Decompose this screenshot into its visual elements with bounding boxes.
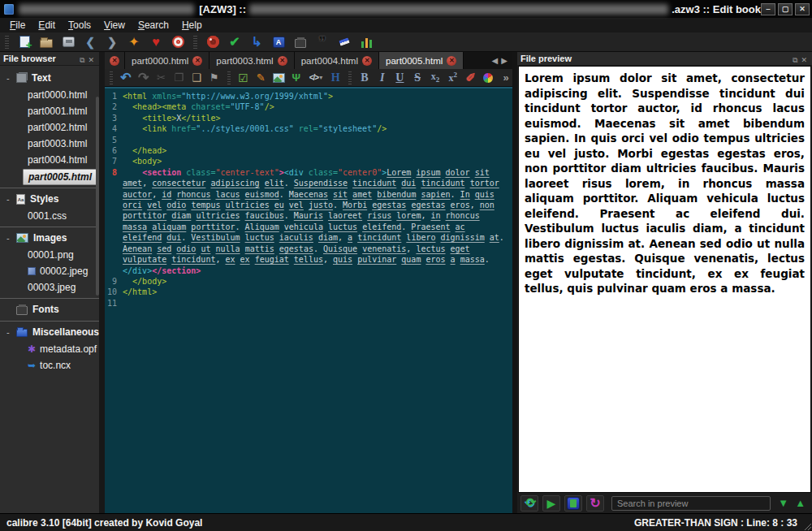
toolbar-grip[interactable] [110,71,113,84]
menu-file[interactable]: File [3,19,32,32]
file-browser-scrollbar[interactable] [96,97,99,296]
tab-close-icon[interactable]: ✕ [447,56,456,66]
file-item[interactable]: part0003.html [0,136,99,152]
italic-icon[interactable]: I [376,70,389,86]
toolbar-grip[interactable] [227,71,231,84]
edit-toc-icon[interactable]: ↳ [248,34,265,50]
tab-close-icon[interactable]: ✕ [192,56,202,66]
insert-image-icon[interactable] [272,70,285,86]
tab-scroll-left-icon[interactable]: ◀ [492,56,499,65]
file-item[interactable]: 00002.jpeg [0,263,99,279]
category-fonts[interactable]: Fonts [0,298,99,318]
refresh-preview-button[interactable]: ⟲⟳ [520,495,538,512]
toolbar-grip[interactable] [348,71,352,84]
subscript-icon[interactable]: x2 [429,70,442,86]
category-styles[interactable]: -AaStyles [0,188,99,208]
overflow-chevrons-icon[interactable]: » [499,70,512,86]
insert-file-check-icon[interactable]: ☑ [237,70,250,86]
reports-chart-icon[interactable] [358,34,374,50]
float-panel-icon[interactable]: ⧉ [78,56,86,64]
file-item[interactable]: 0001.css [0,208,99,224]
insert-tag-code-icon[interactable]: </>▾ [308,70,325,86]
insert-hyperlink-anchor-icon[interactable]: Ψ [290,70,303,86]
insert-special-character-icon[interactable]: ✎ [254,70,267,86]
close-panel-icon[interactable]: ✕ [86,56,96,64]
file-item[interactable]: ✱metadata.opf [0,341,99,357]
redo-icon[interactable]: ↷ [137,70,150,86]
donate-star-icon[interactable]: ✦ [126,34,142,50]
file-item[interactable]: 00001.png [0,247,99,263]
file-item[interactable]: part0000.html [0,87,99,103]
nav-back-icon[interactable]: ❮ [82,34,98,50]
file-item[interactable]: 00003.jpeg [0,279,99,296]
file-item[interactable]: part0004.html [0,152,99,168]
heading-style-icon[interactable]: H [329,70,342,86]
expander-icon[interactable]: - [6,233,11,243]
tab-close-icon[interactable]: ✕ [110,56,119,66]
maximize-icon[interactable]: ▢ [778,3,793,15]
find-next-icon[interactable]: ▼ [778,497,788,509]
cut-icon[interactable]: ✂ [155,70,168,86]
new-file-icon[interactable] [16,34,32,50]
expander-icon[interactable]: - [6,73,11,83]
sync-preview-button[interactable] [564,495,582,512]
smarten-punctuation-icon[interactable]: ❞ [314,34,330,50]
close-icon[interactable]: ✕ [795,3,810,15]
menu-help[interactable]: Help [175,19,209,32]
help-lifebuoy-icon[interactable] [170,34,186,50]
file-item[interactable]: part0002.html [0,119,99,136]
find-prev-icon[interactable]: ▲ [795,497,806,509]
app-icon [4,4,14,15]
save-book-icon[interactable] [60,34,76,50]
close-panel-icon[interactable]: ✕ [799,56,809,64]
insert-bookmark-flag-icon[interactable]: ⚑ [208,70,221,86]
nav-forward-icon[interactable]: ❯ [104,34,120,50]
file-item[interactable]: part0001.html [0,103,99,119]
toolbar-grip[interactable] [5,36,9,49]
category-text[interactable]: -Text [0,69,99,87]
expander-icon[interactable]: - [6,194,11,204]
bold-icon[interactable]: B [358,70,371,86]
category-miscellaneous[interactable]: -Miscellaneous [0,321,99,341]
color-picker-wheel-icon[interactable] [482,70,495,86]
tab-part0000.html[interactable]: part0000.html✕ [125,52,209,69]
strikethrough-icon[interactable]: S [411,70,424,86]
minimize-icon[interactable]: ‒ [761,3,775,15]
tab-close-icon[interactable]: ✕ [278,56,287,66]
search-in-preview-input[interactable] [611,496,771,511]
file-browser-header: File browser ⧉✕ [0,52,99,66]
tab-part0005.html[interactable]: part0005.html✕ [379,52,464,69]
paste-icon[interactable]: ❑ [190,70,203,86]
open-book-icon[interactable] [38,34,54,50]
debug-donut-icon[interactable] [205,34,221,50]
tab-part0003.html[interactable]: part0003.html✕ [209,52,294,69]
file-browser-panel: File browser ⧉✕ -Textpart0000.htmlpart00… [0,52,105,513]
expander-icon[interactable]: - [6,327,11,337]
check-book-icon[interactable]: ✔ [227,34,243,50]
run-play-button[interactable]: ▶ [542,495,560,512]
float-panel-icon[interactable]: ⧉ [791,56,799,64]
tab-scroll-right-icon[interactable]: ▶ [501,56,508,65]
donate-heart-icon[interactable]: ♥ [148,34,164,50]
menu-edit[interactable]: Edit [32,19,62,32]
tab-close-icon[interactable]: ✕ [362,56,372,66]
code-editor[interactable]: 1<html xmlns="http://www.w3.org/1999/xht… [105,87,512,513]
underline-icon[interactable]: U [394,70,407,86]
format-painter-icon[interactable]: ✐ [464,70,477,86]
spell-check-icon[interactable]: A [270,34,287,50]
toolbar-grip[interactable] [193,36,197,49]
menu-view[interactable]: View [97,19,132,32]
tab-part0004.html[interactable]: part0004.html✕ [295,52,379,69]
menu-search[interactable]: Search [132,19,175,32]
reload-loop-button[interactable]: ↻ [586,495,604,512]
undo-icon[interactable]: ↶ [119,70,132,86]
tab-partial[interactable]: ✕ [105,52,125,69]
copy-icon[interactable]: ❐ [172,70,185,86]
superscript-icon[interactable]: x2 [447,70,460,86]
category-images[interactable]: -Images [0,227,99,247]
compare-books-icon[interactable] [292,34,309,50]
file-item[interactable]: ➥toc.ncx [0,357,99,373]
file-item[interactable]: part0005.html [23,169,97,185]
remove-unused-css-icon[interactable] [336,34,352,50]
menu-tools[interactable]: Tools [62,19,97,32]
